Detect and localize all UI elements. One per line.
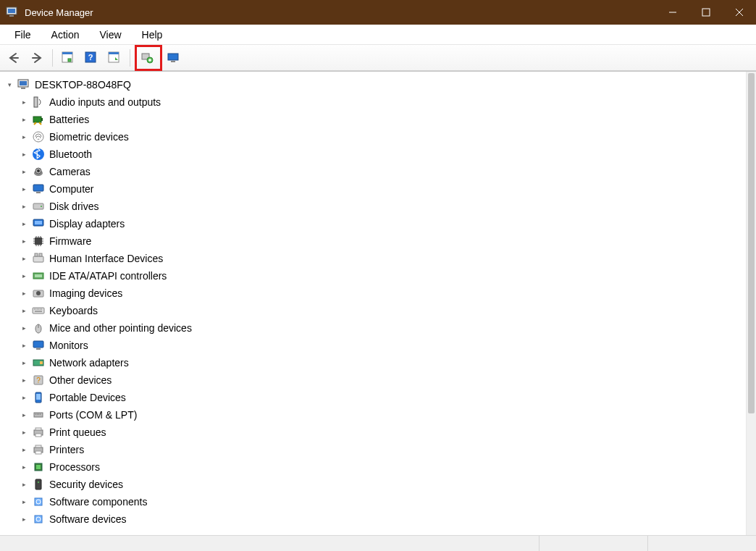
chevron-right-icon[interactable]: ▸ <box>19 340 29 350</box>
chevron-right-icon[interactable]: ▸ <box>19 410 29 420</box>
tree-category[interactable]: ▸Portable Devices <box>19 389 746 406</box>
tree-category-label: Software devices <box>49 513 127 525</box>
action-icon <box>108 51 121 64</box>
tree-category[interactable]: ▸Cameras <box>19 163 746 180</box>
console-tree-button[interactable] <box>57 48 79 68</box>
action-menu-button[interactable] <box>104 48 125 68</box>
tree-category-label: Security devices <box>49 479 123 490</box>
tree-category[interactable]: ▸IDE ATA/ATAPI controllers <box>19 267 746 285</box>
maximize-button[interactable] <box>689 0 723 25</box>
tree-category[interactable]: ▸Firmware <box>19 232 746 250</box>
chevron-right-icon[interactable]: ▸ <box>19 514 29 524</box>
chevron-right-icon[interactable]: ▸ <box>19 479 29 489</box>
chevron-right-icon[interactable]: ▸ <box>19 392 29 403</box>
chevron-right-icon[interactable]: ▸ <box>19 375 29 385</box>
tree-category-label: Firmware <box>49 235 91 247</box>
scan-hardware-button[interactable] <box>138 48 159 68</box>
menu-action[interactable]: Action <box>41 26 90 43</box>
chevron-right-icon[interactable]: ▸ <box>19 97 29 107</box>
svg-rect-55 <box>702 9 710 16</box>
tree-category[interactable]: ▸Printers <box>19 441 746 458</box>
chevron-right-icon[interactable]: ▸ <box>19 288 29 298</box>
menu-file[interactable]: File <box>4 26 41 43</box>
tree-category[interactable]: ▸Disk drives <box>19 198 746 215</box>
chevron-right-icon[interactable]: ▸ <box>19 306 29 316</box>
toolbar-separator <box>130 49 130 67</box>
disk-icon <box>32 200 45 213</box>
tree-category[interactable]: ▸Mice and other pointing devices <box>19 319 746 337</box>
tree-category[interactable]: ▸Processors <box>19 458 746 476</box>
chevron-right-icon[interactable]: ▸ <box>19 427 29 437</box>
tree-root[interactable]: ▾ DESKTOP-88O48FQ <box>4 76 746 93</box>
tree-category[interactable]: ▸Imaging devices <box>19 285 746 302</box>
forward-button[interactable] <box>26 48 48 68</box>
tree-category[interactable]: ▸Display adapters <box>19 215 746 232</box>
chevron-right-icon[interactable]: ▸ <box>19 323 29 333</box>
content-area: ▾ DESKTOP-88O48FQ ▸Audio inputs and outp… <box>0 71 756 535</box>
chevron-right-icon[interactable]: ▸ <box>19 132 29 142</box>
back-button[interactable] <box>3 48 25 68</box>
help-button[interactable] <box>80 48 102 68</box>
tree-root-label: DESKTOP-88O48FQ <box>35 79 131 91</box>
tree-category-label: Software components <box>49 496 147 508</box>
tree-category[interactable]: ▸Software devices <box>19 510 746 528</box>
computer-icon <box>17 78 30 91</box>
chevron-right-icon[interactable]: ▸ <box>19 219 29 229</box>
portable-icon <box>32 391 45 404</box>
chevron-right-icon[interactable]: ▸ <box>19 236 29 246</box>
device-tree[interactable]: ▾ DESKTOP-88O48FQ ▸Audio inputs and outp… <box>0 72 746 535</box>
tree-category-label: Monitors <box>49 340 88 351</box>
chevron-right-icon[interactable]: ▸ <box>19 167 29 177</box>
chevron-right-icon[interactable]: ▸ <box>19 445 29 455</box>
tree-category-label: Network adapters <box>49 357 129 369</box>
tree-category[interactable]: ▸Keyboards <box>19 302 746 319</box>
app-icon <box>6 6 19 19</box>
tree-category-label: Computer <box>49 183 93 195</box>
chevron-right-icon[interactable]: ▸ <box>19 358 29 368</box>
tree-category-label: Mice and other pointing devices <box>49 322 192 334</box>
tree-category-label: Portable Devices <box>49 392 126 403</box>
statusbar-pane <box>539 536 647 551</box>
chevron-right-icon[interactable]: ▸ <box>19 497 29 507</box>
add-legacy-hardware-button[interactable] <box>164 48 185 68</box>
tree-category[interactable]: ▸Software components <box>19 493 746 510</box>
tree-category[interactable]: ▸Human Interface Devices <box>19 250 746 267</box>
tree-category[interactable]: ▸Bluetooth <box>19 146 746 163</box>
security-icon <box>32 478 45 491</box>
tree-category[interactable]: ▸Biometric devices <box>19 128 746 146</box>
scrollbar-thumb[interactable] <box>748 73 755 413</box>
tree-category-label: Imaging devices <box>49 287 122 299</box>
chevron-right-icon[interactable]: ▸ <box>19 184 29 194</box>
chevron-right-icon[interactable]: ▸ <box>19 253 29 264</box>
bluetooth-icon <box>32 148 45 161</box>
tree-category-label: Other devices <box>49 374 112 386</box>
speaker-icon <box>32 96 45 109</box>
tree-category[interactable]: ▸Ports (COM & LPT) <box>19 406 746 424</box>
tree-category[interactable]: ▸Other devices <box>19 371 746 389</box>
menu-help[interactable]: Help <box>132 26 173 43</box>
chevron-down-icon[interactable]: ▾ <box>4 80 14 90</box>
close-button[interactable] <box>723 0 756 25</box>
chevron-right-icon[interactable]: ▸ <box>19 462 29 472</box>
menu-view[interactable]: View <box>89 26 131 43</box>
tree-category[interactable]: ▸Monitors <box>19 337 746 354</box>
scan-hardware-icon <box>141 51 156 64</box>
tree-category[interactable]: ▸Network adapters <box>19 354 746 371</box>
minimize-button[interactable] <box>656 0 689 25</box>
tree-category[interactable]: ▸Batteries <box>19 111 746 128</box>
chevron-right-icon[interactable]: ▸ <box>19 149 29 159</box>
tree-category-label: Display adapters <box>49 218 125 230</box>
tree-category[interactable]: ▸Audio inputs and outputs <box>19 93 746 111</box>
fingerprint-icon <box>32 130 45 143</box>
chevron-right-icon[interactable]: ▸ <box>19 201 29 211</box>
vertical-scrollbar[interactable] <box>746 72 756 535</box>
chevron-right-icon[interactable]: ▸ <box>19 271 29 281</box>
tree-category-label: Ports (COM & LPT) <box>49 409 137 421</box>
display-icon <box>32 217 45 230</box>
chevron-right-icon[interactable]: ▸ <box>19 114 29 125</box>
netadapter-icon <box>32 356 45 369</box>
tree-category[interactable]: ▸Security devices <box>19 476 746 493</box>
ide-icon <box>32 269 45 282</box>
tree-category[interactable]: ▸Computer <box>19 180 746 198</box>
tree-category[interactable]: ▸Print queues <box>19 424 746 441</box>
